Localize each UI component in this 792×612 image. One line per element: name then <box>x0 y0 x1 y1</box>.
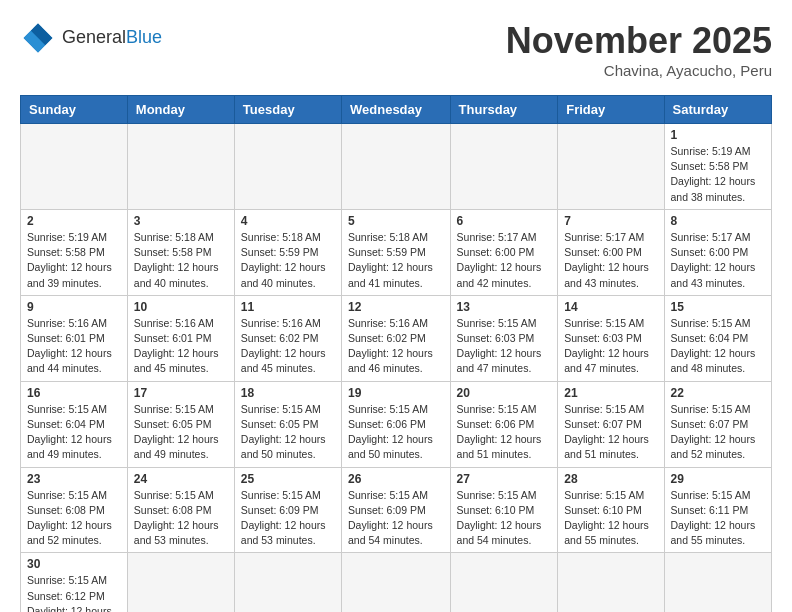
day-number: 1 <box>671 128 765 142</box>
calendar-cell: 21Sunrise: 5:15 AMSunset: 6:07 PMDayligh… <box>558 381 664 467</box>
day-number: 3 <box>134 214 228 228</box>
calendar-cell <box>664 553 771 612</box>
day-number: 8 <box>671 214 765 228</box>
day-number: 25 <box>241 472 335 486</box>
calendar-week-row: 23Sunrise: 5:15 AMSunset: 6:08 PMDayligh… <box>21 467 772 553</box>
calendar-cell: 12Sunrise: 5:16 AMSunset: 6:02 PMDayligh… <box>342 295 451 381</box>
calendar-cell: 28Sunrise: 5:15 AMSunset: 6:10 PMDayligh… <box>558 467 664 553</box>
calendar-cell: 4Sunrise: 5:18 AMSunset: 5:59 PMDaylight… <box>234 209 341 295</box>
day-number: 17 <box>134 386 228 400</box>
calendar-cell: 30Sunrise: 5:15 AMSunset: 6:12 PMDayligh… <box>21 553 128 612</box>
calendar-cell <box>127 553 234 612</box>
day-number: 7 <box>564 214 657 228</box>
day-number: 21 <box>564 386 657 400</box>
day-info: Sunrise: 5:16 AMSunset: 6:01 PMDaylight:… <box>134 316 228 377</box>
day-number: 23 <box>27 472 121 486</box>
day-number: 18 <box>241 386 335 400</box>
day-info: Sunrise: 5:15 AMSunset: 6:08 PMDaylight:… <box>27 488 121 549</box>
day-number: 9 <box>27 300 121 314</box>
day-info: Sunrise: 5:16 AMSunset: 6:02 PMDaylight:… <box>348 316 444 377</box>
calendar-cell: 20Sunrise: 5:15 AMSunset: 6:06 PMDayligh… <box>450 381 558 467</box>
logo-text: GeneralBlue <box>62 27 162 49</box>
calendar-cell: 22Sunrise: 5:15 AMSunset: 6:07 PMDayligh… <box>664 381 771 467</box>
calendar-cell: 27Sunrise: 5:15 AMSunset: 6:10 PMDayligh… <box>450 467 558 553</box>
calendar-week-row: 30Sunrise: 5:15 AMSunset: 6:12 PMDayligh… <box>21 553 772 612</box>
day-number: 27 <box>457 472 552 486</box>
calendar-cell: 3Sunrise: 5:18 AMSunset: 5:58 PMDaylight… <box>127 209 234 295</box>
day-info: Sunrise: 5:15 AMSunset: 6:05 PMDaylight:… <box>241 402 335 463</box>
day-info: Sunrise: 5:15 AMSunset: 6:08 PMDaylight:… <box>134 488 228 549</box>
calendar-cell: 23Sunrise: 5:15 AMSunset: 6:08 PMDayligh… <box>21 467 128 553</box>
day-info: Sunrise: 5:15 AMSunset: 6:04 PMDaylight:… <box>27 402 121 463</box>
calendar-cell: 15Sunrise: 5:15 AMSunset: 6:04 PMDayligh… <box>664 295 771 381</box>
calendar-cell <box>21 124 128 210</box>
day-info: Sunrise: 5:15 AMSunset: 6:04 PMDaylight:… <box>671 316 765 377</box>
day-info: Sunrise: 5:17 AMSunset: 6:00 PMDaylight:… <box>671 230 765 291</box>
calendar-cell <box>558 124 664 210</box>
day-number: 24 <box>134 472 228 486</box>
day-info: Sunrise: 5:15 AMSunset: 6:06 PMDaylight:… <box>348 402 444 463</box>
calendar-week-row: 2Sunrise: 5:19 AMSunset: 5:58 PMDaylight… <box>21 209 772 295</box>
calendar-cell <box>342 553 451 612</box>
day-number: 28 <box>564 472 657 486</box>
day-info: Sunrise: 5:17 AMSunset: 6:00 PMDaylight:… <box>457 230 552 291</box>
day-number: 4 <box>241 214 335 228</box>
day-number: 12 <box>348 300 444 314</box>
calendar-cell <box>234 553 341 612</box>
calendar-cell <box>127 124 234 210</box>
calendar-cell: 18Sunrise: 5:15 AMSunset: 6:05 PMDayligh… <box>234 381 341 467</box>
day-info: Sunrise: 5:18 AMSunset: 5:58 PMDaylight:… <box>134 230 228 291</box>
calendar-cell: 19Sunrise: 5:15 AMSunset: 6:06 PMDayligh… <box>342 381 451 467</box>
calendar-cell: 1Sunrise: 5:19 AMSunset: 5:58 PMDaylight… <box>664 124 771 210</box>
weekday-header-friday: Friday <box>558 96 664 124</box>
day-number: 11 <box>241 300 335 314</box>
day-number: 20 <box>457 386 552 400</box>
day-info: Sunrise: 5:18 AMSunset: 5:59 PMDaylight:… <box>241 230 335 291</box>
day-number: 29 <box>671 472 765 486</box>
day-number: 22 <box>671 386 765 400</box>
day-info: Sunrise: 5:15 AMSunset: 6:10 PMDaylight:… <box>564 488 657 549</box>
calendar-cell: 26Sunrise: 5:15 AMSunset: 6:09 PMDayligh… <box>342 467 451 553</box>
day-info: Sunrise: 5:15 AMSunset: 6:10 PMDaylight:… <box>457 488 552 549</box>
calendar-cell: 24Sunrise: 5:15 AMSunset: 6:08 PMDayligh… <box>127 467 234 553</box>
calendar-week-row: 16Sunrise: 5:15 AMSunset: 6:04 PMDayligh… <box>21 381 772 467</box>
calendar-table: SundayMondayTuesdayWednesdayThursdayFrid… <box>20 95 772 612</box>
calendar-cell <box>234 124 341 210</box>
day-number: 14 <box>564 300 657 314</box>
calendar-cell: 5Sunrise: 5:18 AMSunset: 5:59 PMDaylight… <box>342 209 451 295</box>
calendar-cell: 29Sunrise: 5:15 AMSunset: 6:11 PMDayligh… <box>664 467 771 553</box>
day-number: 6 <box>457 214 552 228</box>
weekday-header-thursday: Thursday <box>450 96 558 124</box>
calendar-cell <box>450 553 558 612</box>
calendar-cell: 7Sunrise: 5:17 AMSunset: 6:00 PMDaylight… <box>558 209 664 295</box>
weekday-header-monday: Monday <box>127 96 234 124</box>
weekday-header-sunday: Sunday <box>21 96 128 124</box>
day-info: Sunrise: 5:15 AMSunset: 6:11 PMDaylight:… <box>671 488 765 549</box>
calendar-cell <box>342 124 451 210</box>
day-info: Sunrise: 5:15 AMSunset: 6:05 PMDaylight:… <box>134 402 228 463</box>
day-number: 2 <box>27 214 121 228</box>
location: Chavina, Ayacucho, Peru <box>506 62 772 79</box>
calendar-cell: 25Sunrise: 5:15 AMSunset: 6:09 PMDayligh… <box>234 467 341 553</box>
weekday-header-wednesday: Wednesday <box>342 96 451 124</box>
day-number: 10 <box>134 300 228 314</box>
day-number: 26 <box>348 472 444 486</box>
day-info: Sunrise: 5:15 AMSunset: 6:09 PMDaylight:… <box>348 488 444 549</box>
day-info: Sunrise: 5:15 AMSunset: 6:09 PMDaylight:… <box>241 488 335 549</box>
day-info: Sunrise: 5:18 AMSunset: 5:59 PMDaylight:… <box>348 230 444 291</box>
calendar-cell: 9Sunrise: 5:16 AMSunset: 6:01 PMDaylight… <box>21 295 128 381</box>
calendar-week-row: 9Sunrise: 5:16 AMSunset: 6:01 PMDaylight… <box>21 295 772 381</box>
calendar-cell: 6Sunrise: 5:17 AMSunset: 6:00 PMDaylight… <box>450 209 558 295</box>
calendar-cell: 13Sunrise: 5:15 AMSunset: 6:03 PMDayligh… <box>450 295 558 381</box>
day-number: 16 <box>27 386 121 400</box>
day-number: 15 <box>671 300 765 314</box>
weekday-header-saturday: Saturday <box>664 96 771 124</box>
day-number: 30 <box>27 557 121 571</box>
calendar-cell: 2Sunrise: 5:19 AMSunset: 5:58 PMDaylight… <box>21 209 128 295</box>
calendar-cell: 11Sunrise: 5:16 AMSunset: 6:02 PMDayligh… <box>234 295 341 381</box>
logo: GeneralBlue <box>20 20 162 56</box>
day-info: Sunrise: 5:19 AMSunset: 5:58 PMDaylight:… <box>671 144 765 205</box>
day-info: Sunrise: 5:15 AMSunset: 6:07 PMDaylight:… <box>564 402 657 463</box>
calendar-cell: 17Sunrise: 5:15 AMSunset: 6:05 PMDayligh… <box>127 381 234 467</box>
month-title: November 2025 <box>506 20 772 62</box>
